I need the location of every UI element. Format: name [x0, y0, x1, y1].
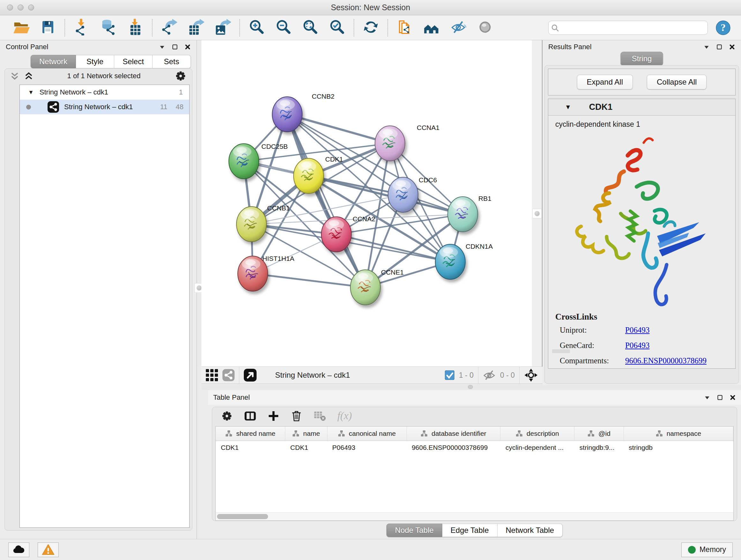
graph-node-CCNB2[interactable] — [272, 97, 302, 132]
presentation-sphere-button[interactable] — [472, 17, 498, 38]
section-expand-icon[interactable]: ▼ — [565, 104, 571, 111]
tab-edge-table[interactable]: Edge Table — [442, 523, 497, 537]
graph-edge[interactable] — [287, 114, 365, 287]
results-scrollbar[interactable] — [552, 349, 570, 353]
zoom-in-button[interactable] — [243, 17, 270, 38]
show-columns-button[interactable] — [244, 409, 257, 424]
graph-node-CDC6[interactable] — [388, 177, 418, 212]
graph-node-CCNB1[interactable] — [237, 206, 266, 242]
column-header[interactable]: name — [285, 427, 327, 441]
import-network-from-file-button[interactable] — [68, 17, 95, 38]
tab-node-table[interactable]: Node Table — [387, 523, 442, 537]
network-collection-row[interactable]: ▼ String Network – cdk1 1 — [20, 85, 189, 100]
collection-expand-icon[interactable]: ▼ — [28, 89, 34, 96]
search-input[interactable] — [548, 21, 708, 35]
crosslink-link[interactable]: 9606.ENSP00000378699 — [625, 356, 706, 365]
panel-float-icon[interactable] — [716, 44, 723, 50]
panel-collapse-icon[interactable] — [704, 394, 711, 401]
node-label: CDK1 — [325, 155, 343, 163]
column-header[interactable]: canonical name — [327, 427, 407, 441]
open-session-button[interactable] — [8, 17, 35, 38]
panel-close-icon[interactable] — [729, 44, 735, 50]
export-image-button[interactable] — [209, 17, 236, 38]
export-network-button[interactable] — [156, 17, 183, 38]
table-row[interactable]: CDK1CDK1P064939606.ENSP00000378699cyclin… — [216, 441, 733, 455]
column-header[interactable]: description — [500, 427, 575, 441]
column-header[interactable]: namespace — [623, 427, 733, 441]
expand-all-networks-icon[interactable] — [24, 71, 33, 81]
table-cell[interactable]: stringdb — [623, 441, 733, 455]
expand-all-button[interactable]: Expand All — [577, 75, 633, 89]
table-cell[interactable]: cyclin-dependent ... — [500, 441, 575, 455]
panel-collapse-icon[interactable] — [703, 44, 710, 50]
fit-center-icon[interactable] — [524, 368, 538, 382]
create-column-button[interactable] — [267, 410, 280, 424]
splitter-right[interactable] — [532, 40, 542, 367]
zoom-fit-button[interactable] — [297, 17, 324, 38]
zoom-out-button[interactable] — [270, 17, 297, 38]
table-cell[interactable]: 9606.ENSP00000378699 — [407, 441, 500, 455]
collapse-all-button[interactable]: Collapse All — [647, 75, 706, 89]
help-button[interactable]: ? — [713, 17, 733, 38]
table-settings-button[interactable] — [220, 410, 233, 424]
column-header[interactable]: @id — [575, 427, 624, 441]
string-import-button[interactable] — [391, 17, 418, 38]
table-cell[interactable]: CDK1 — [285, 441, 327, 455]
memory-button[interactable]: Memory — [681, 543, 733, 557]
tab-network-table[interactable]: Network Table — [497, 523, 563, 537]
detach-view-icon[interactable] — [244, 369, 257, 381]
apply-layout-button[interactable] — [357, 17, 384, 38]
graph-node-CDK1[interactable] — [293, 159, 324, 193]
export-table-button[interactable] — [183, 17, 209, 38]
table-cell[interactable]: stringdb:9... — [575, 441, 624, 455]
save-session-button[interactable] — [35, 17, 61, 38]
crosslink-link[interactable]: P06493 — [625, 326, 650, 334]
graph-node-RB1[interactable] — [448, 197, 478, 232]
network-options-gear-icon[interactable] — [174, 70, 187, 82]
splitter-handle[interactable] — [532, 209, 542, 219]
table-horizontal-scrollbar[interactable] — [215, 512, 734, 521]
tab-style[interactable]: Style — [76, 55, 114, 68]
import-table-from-file-button[interactable] — [122, 17, 149, 38]
home-pair-button[interactable] — [418, 17, 445, 38]
import-network-from-database-button[interactable] — [95, 17, 122, 38]
tab-network[interactable]: Network — [30, 55, 76, 68]
graph-node-CCNA2[interactable] — [321, 217, 351, 252]
graph-node-CCNE1[interactable] — [350, 270, 381, 305]
graph-edge[interactable] — [253, 273, 365, 287]
column-header[interactable]: shared name — [216, 427, 285, 441]
cloud-status-button[interactable] — [8, 543, 29, 557]
panel-close-icon[interactable] — [185, 44, 191, 50]
graph-node-CDC25B[interactable] — [229, 144, 259, 179]
toolbar-divider — [239, 19, 240, 37]
column-header[interactable]: database identifier — [407, 427, 500, 441]
network-canvas[interactable]: CCNB2CCNA1CDC25BCDK1CDC6RB1CCNB1CCNA2CDK… — [201, 40, 532, 367]
panel-float-icon[interactable] — [172, 44, 178, 50]
column-label: database identifier — [431, 430, 486, 437]
hidden-eye-icon[interactable] — [483, 369, 495, 381]
panel-close-icon[interactable] — [730, 394, 736, 401]
tab-select[interactable]: Select — [114, 55, 152, 68]
hide-unhide-button[interactable] — [445, 17, 472, 38]
tab-string[interactable]: String — [621, 52, 663, 66]
table-toolbar: f(x) — [212, 407, 737, 426]
panel-collapse-icon[interactable] — [159, 44, 165, 50]
warnings-button[interactable] — [38, 543, 59, 557]
selected-checkbox-icon[interactable] — [445, 370, 455, 380]
table-cell[interactable]: P06493 — [327, 441, 407, 455]
network-row[interactable]: String Network – cdk1 11 48 — [20, 100, 189, 114]
share-gray-icon[interactable] — [222, 369, 234, 381]
zoom-selected-button[interactable] — [324, 17, 350, 38]
crosslink-link[interactable]: P06493 — [625, 341, 650, 350]
gene-section-header[interactable]: ▼ CDK1 — [548, 99, 735, 116]
tab-sets[interactable]: Sets — [152, 55, 191, 68]
title-bar: Session: New Session — [0, 0, 741, 15]
graph-node-CCNA1[interactable] — [375, 126, 405, 161]
panel-float-icon[interactable] — [717, 394, 723, 401]
delete-column-button[interactable] — [290, 410, 303, 424]
graph-node-CDKN1A[interactable] — [435, 244, 465, 279]
table-cell[interactable]: CDK1 — [216, 441, 285, 455]
grid-view-icon[interactable] — [206, 369, 218, 381]
collapse-all-networks-icon[interactable] — [10, 71, 19, 81]
splitter-left[interactable] — [197, 40, 201, 367]
